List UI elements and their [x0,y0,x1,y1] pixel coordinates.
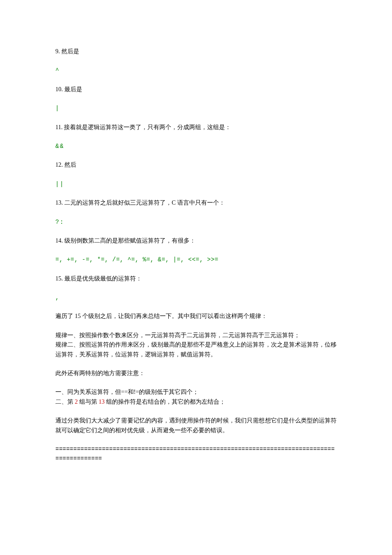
item-13-label: 13. 二元的运算符之后就好似三元运算符了，C 语言中只有一个： [55,198,337,208]
note-2-red1: 2 [75,399,78,405]
note-2-red2: 13 [99,399,105,405]
item-10-label: 10. 最后是 [55,85,337,94]
divider-line: ========================================… [55,445,337,464]
item-12-label: 12. 然后 [55,160,337,170]
notes-intro: 此外还有两特别的地方需要注意： [55,369,337,378]
item-9-code: ^ [55,66,337,75]
summary-intro: 遍历了 15 个级别之后，让我们再来总结一下。其中我们可以看出这样两个规律： [55,312,337,321]
rules-block: 规律一、按照操作数个数来区分，一元运算符高于二元运算符，二元运算符高于三元运算符… [55,331,337,359]
item-9-label: 9. 然后是 [55,47,337,56]
item-10-code: | [55,104,337,113]
note-2-a: 二、第 [55,399,75,405]
item-12-code: || [55,179,337,189]
item-15-code: , [55,293,337,302]
note-2-c: 组的操作符是右结合的，其它的都为左结合； [105,399,226,405]
item-14-label: 14. 级别倒数第二高的是那些赋值运算符了，有很多： [55,236,337,246]
item-13-code: ?: [55,217,337,227]
note-1: 一、同为关系运算符，但==和!=的级别低于其它四个； [55,389,199,395]
item-11-label: 11. 接着就是逻辑运算符这一类了，只有两个，分成两组，这组是： [55,123,337,132]
item-15-label: 15. 最后是优先级最低的运算符： [55,274,337,283]
item-14-code: =, +=, -=, *=, /=, ^=, %=, &=, |=, <<=, … [55,255,337,264]
item-11-code: && [55,142,337,151]
note-2: 二、第 2 组与第 13 组的操作符是右结合的，其它的都为左结合； [55,399,225,405]
rule-2: 规律二、按照运算符的作用来区分，级别最高的是那些不是严格意义上的运算符，次之是算… [55,341,337,357]
rule-1: 规律一、按照操作数个数来区分，一元运算符高于二元运算符，二元运算符高于三元运算符… [55,332,300,338]
notes-block: 一、同为关系运算符，但==和!=的级别低于其它四个； 二、第 2 组与第 13 … [55,387,337,407]
conclusion: 通过分类我们大大减少了需要记忆的内容，遇到使用操作符的时候，我们只需想想它们是什… [55,416,337,435]
note-2-b: 组与第 [78,399,99,405]
